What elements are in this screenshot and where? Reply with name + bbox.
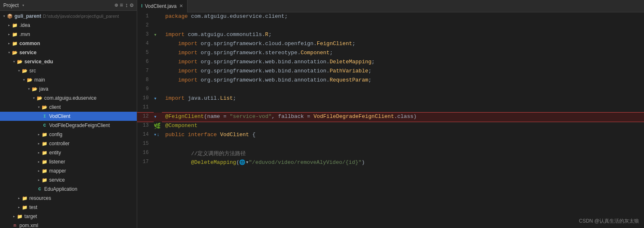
icon-folder-config: 📁 [41, 131, 48, 138]
line-gutter-5 [154, 49, 162, 58]
tree-item-mapper[interactable]: ▸ 📁 mapper [0, 166, 137, 175]
line-num-10: 10 [137, 94, 154, 103]
label-controller: controller [49, 141, 69, 146]
label-service-pkg: service [49, 177, 65, 183]
label-target: target [24, 214, 37, 219]
tree-item-idea[interactable]: ▸ 📁 .idea [0, 21, 137, 30]
tree-item-config[interactable]: ▸ 📁 config [0, 130, 137, 139]
label-mvn: .mvn [19, 31, 30, 37]
line-gutter-11 [154, 103, 162, 113]
tab-vodclient[interactable]: I VodClient.java ✕ [137, 0, 188, 12]
icon-folder-resources: 📁 [21, 195, 28, 202]
icon-folder-mvn: 📁 [12, 31, 18, 38]
line-gutter-15 [154, 140, 162, 149]
tree-item-com-atguigu-eduservice[interactable]: ▾ 📂 com.atguigu.eduservice [0, 94, 137, 103]
label-guli-parent: guli_parent [14, 13, 41, 19]
label-vodfiledegrade: VodFileDegradeFeignClient [49, 122, 110, 128]
code-line-5: 5 import org.springframework.stereotype.… [137, 49, 644, 58]
tree-item-test[interactable]: ▸ 📁 test [0, 203, 137, 212]
arrow-com-atguigu: ▾ [31, 96, 36, 101]
tree-item-guli-parent[interactable]: ▾ 📦 guli_parent D:\study\java\code\proje… [0, 12, 137, 21]
line-content-6: import org.springframework.web.bind.anno… [162, 58, 644, 67]
line-gutter-9 [154, 85, 162, 94]
label-service-edu: service_edu [24, 59, 53, 65]
line-content-5: import org.springframework.stereotype.Co… [162, 49, 644, 58]
icon-folder-service: 📂 [12, 49, 18, 56]
line-content-3: import com.atguigu.commonutils.R; [162, 31, 644, 40]
tree-item-service-pkg[interactable]: ▸ 📁 service [0, 175, 137, 185]
line-content-1: package com.atguigu.eduservice.client; [162, 12, 644, 22]
tree-item-service-edu[interactable]: ▾ 📂 service_edu [0, 57, 137, 66]
line-content-11 [162, 103, 644, 113]
label-mapper: mapper [49, 168, 66, 174]
icon-list[interactable]: ≡ [120, 2, 123, 9]
icon-folder-main: 📂 [26, 77, 33, 83]
line-gutter-3: ▾ [154, 31, 162, 40]
line-content-10: import java.util.List; [162, 94, 644, 103]
icon-folder-com-atguigu: 📂 [36, 95, 43, 101]
code-line-6: 6 import org.springframework.web.bind.an… [137, 58, 644, 67]
tree-item-java[interactable]: ▾ 📂 java [0, 84, 137, 94]
arrow-config: ▸ [36, 132, 41, 137]
code-line-9: 9 [137, 85, 644, 94]
label-eduapplication: EduApplication [44, 186, 77, 192]
code-line-7: 7 import org.springframework.web.bind.an… [137, 67, 644, 76]
line-num-1: 1 [137, 12, 154, 22]
label-test: test [29, 204, 37, 210]
line-gutter-6 [154, 58, 162, 67]
tree-item-pom[interactable]: m pom.xml [0, 221, 137, 228]
tree-item-eduapplication[interactable]: C EduApplication [0, 185, 137, 194]
icon-settings[interactable]: ⚙ [130, 2, 133, 9]
code-line-3: 3 ▾ import com.atguigu.commonutils.R; [137, 31, 644, 40]
tree-item-service[interactable]: ▾ 📂 service [0, 48, 137, 57]
panel-dropdown-arrow[interactable]: ▾ [22, 3, 24, 8]
arrow-service: ▾ [7, 50, 12, 55]
icon-folder-idea: 📁 [12, 22, 18, 29]
tab-filename: VodClient.java [145, 3, 177, 9]
line-content-16: //定义调用的方法路径 [162, 149, 644, 158]
code-editor[interactable]: 1 package com.atguigu.eduservice.client;… [137, 12, 644, 228]
tree-item-resources[interactable]: ▸ 📁 resources [0, 194, 137, 203]
code-line-14: 14 ▾↓ public interface VodClient { [137, 131, 644, 140]
line-gutter-16 [154, 149, 162, 158]
watermark: CSDN @认真生活的灰太狼 [579, 218, 639, 225]
line-num-6: 6 [137, 58, 154, 67]
arrow-target: ▸ [12, 214, 17, 219]
icon-folder-client: 📂 [41, 104, 48, 110]
tree-item-vodfiledegrade[interactable]: C VodFileDegradeFeignClient [0, 121, 137, 130]
code-line-4: 4 import org.springframework.cloud.openf… [137, 40, 644, 49]
tree-item-client[interactable]: ▾ 📂 client [0, 103, 137, 112]
icon-folder-entity: 📁 [41, 149, 48, 156]
label-main: main [34, 77, 45, 83]
tree-item-common[interactable]: ▸ 📁 common [0, 39, 137, 48]
label-guli-parent-path: D:\study\java\code\project\guli_parent [43, 14, 119, 19]
header-icons: ⊕ ≡ ↕ ⚙ [114, 2, 133, 9]
line-num-9: 9 [137, 85, 154, 94]
arrow-src: ▾ [17, 68, 21, 73]
line-gutter-4 [154, 40, 162, 49]
icon-folder-listener: 📁 [41, 158, 48, 165]
tree-item-target[interactable]: ▸ 📁 target [0, 212, 137, 221]
tree-item-vodclient[interactable]: I VodClient [0, 112, 137, 121]
panel-header: Project ▾ ⊕ ≡ ↕ ⚙ [0, 0, 137, 11]
tree-item-listener[interactable]: ▸ 📁 listener [0, 157, 137, 166]
code-line-10: 10 ▾ import java.util.List; [137, 94, 644, 103]
arrow-service-pkg: ▸ [36, 178, 41, 182]
panel-title: Project [3, 2, 19, 8]
icon-sort[interactable]: ↕ [125, 2, 128, 9]
line-content-17: @DeleteMapping(🌐▾"/eduvod/video/removeAl… [162, 158, 644, 167]
tab-close-button[interactable]: ✕ [179, 3, 183, 9]
tree-item-main[interactable]: ▾ 📂 main [0, 75, 137, 84]
tree-item-src[interactable]: ▾ 📂 src [0, 66, 137, 75]
line-gutter-2 [154, 22, 162, 31]
arrow-idea: ▸ [7, 23, 12, 28]
line-gutter-10: ▾ [154, 94, 162, 103]
tree-item-mvn[interactable]: ▸ 📁 .mvn [0, 30, 137, 39]
line-content-12: @FeignClient(name = "service-vod", fallb… [162, 113, 644, 122]
code-line-15: 15 [137, 140, 644, 149]
tree-item-controller[interactable]: ▸ 📁 controller [0, 139, 137, 148]
icon-external[interactable]: ⊕ [114, 2, 118, 9]
icon-class-eduapplication: C [36, 186, 43, 192]
arrow-controller: ▸ [36, 141, 41, 146]
tree-item-entity[interactable]: ▸ 📁 entity [0, 148, 137, 157]
